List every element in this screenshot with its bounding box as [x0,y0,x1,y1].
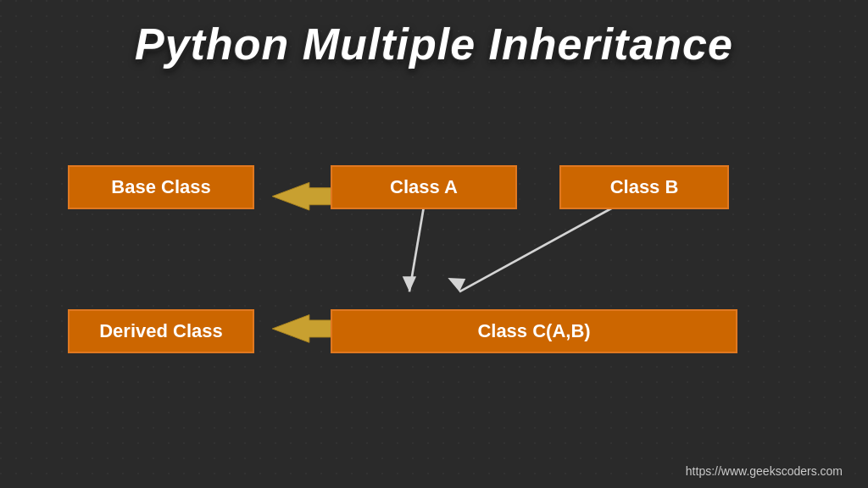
website-url: https://www.geekscoders.com [686,464,843,478]
box-base-class: Base Class [68,165,254,209]
box-class-b: Class B [559,165,729,209]
arrowhead-a-to-c [403,276,416,291]
line-a-to-c [409,201,425,291]
line-b-to-c [459,201,625,291]
box-class-c: Class C(A,B) [331,309,737,353]
page-title: Python Multiple Inheritance [0,0,868,69]
box-derived-class: Derived Class [68,309,254,353]
arrowhead-b-to-c [448,278,465,291]
box-class-a: Class A [331,165,517,209]
page-container: Python Multiple Inheritance Base Class C… [0,0,868,488]
diagram: Base Class Class A Class B Derived Class… [0,119,868,454]
